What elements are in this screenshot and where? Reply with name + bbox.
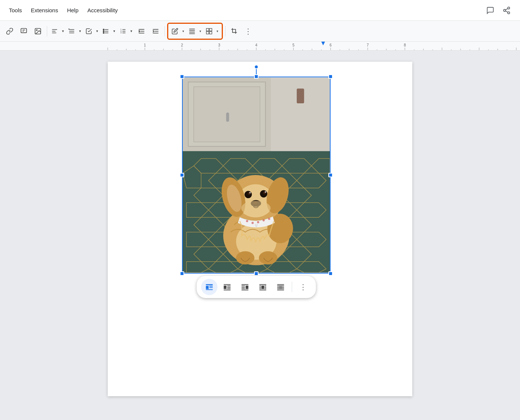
svg-rect-125 xyxy=(241,287,245,288)
wrap-break-left-button[interactable] xyxy=(219,279,235,295)
svg-point-108 xyxy=(268,218,270,220)
insert-comment-button[interactable] xyxy=(17,25,30,38)
svg-rect-134 xyxy=(259,288,261,289)
menu-tools[interactable]: Tools xyxy=(6,6,25,15)
ruler xyxy=(0,42,520,51)
document-area: ⋮ xyxy=(0,51,520,420)
handle-top-right[interactable] xyxy=(328,74,333,79)
svg-point-104 xyxy=(246,220,248,222)
selected-image[interactable] xyxy=(182,77,331,274)
svg-rect-119 xyxy=(227,287,231,288)
handle-top-center[interactable] xyxy=(254,74,259,79)
edit-image-button[interactable]: ▾ xyxy=(170,25,186,38)
more-options-button[interactable]: ⋮ xyxy=(242,25,255,38)
svg-rect-116 xyxy=(224,284,230,285)
image-toolbar: ⋮ xyxy=(197,276,316,298)
bullet-list-button[interactable]: ▾ xyxy=(101,25,117,38)
svg-rect-129 xyxy=(261,285,264,289)
svg-rect-40 xyxy=(207,31,209,34)
svg-point-16 xyxy=(103,29,104,30)
svg-rect-128 xyxy=(259,284,266,285)
svg-point-109 xyxy=(236,251,255,265)
svg-rect-118 xyxy=(227,285,231,286)
rotation-handle[interactable] xyxy=(254,65,259,69)
chat-icon[interactable] xyxy=(483,3,498,18)
svg-rect-112 xyxy=(206,286,208,289)
svg-rect-131 xyxy=(264,285,266,286)
image-selection-container: ⋮ xyxy=(182,77,331,274)
svg-rect-120 xyxy=(227,288,231,289)
svg-line-3 xyxy=(506,11,508,12)
svg-point-106 xyxy=(257,221,259,223)
svg-point-100 xyxy=(265,191,266,193)
image-tools-group: ▾ ▾ xyxy=(167,23,223,40)
toolbar: ▾ ▾ ▾ xyxy=(0,21,520,42)
svg-rect-122 xyxy=(241,284,248,285)
svg-rect-123 xyxy=(246,285,248,289)
menu-help[interactable]: Help xyxy=(64,6,81,15)
svg-line-4 xyxy=(506,8,508,10)
menu-bar: Tools Extensions Help Accessibility xyxy=(0,0,520,21)
svg-rect-140 xyxy=(277,287,284,288)
handle-middle-right[interactable] xyxy=(328,173,333,177)
menu-extensions[interactable]: Extensions xyxy=(28,6,61,15)
svg-point-99 xyxy=(249,192,251,194)
svg-rect-126 xyxy=(241,288,245,289)
svg-rect-41 xyxy=(209,31,212,34)
handle-middle-left[interactable] xyxy=(180,173,184,177)
svg-point-1 xyxy=(504,9,506,12)
ruler-canvas xyxy=(0,42,520,51)
svg-point-2 xyxy=(508,12,510,13)
svg-rect-114 xyxy=(209,287,213,288)
layout-options-button[interactable]: ▾ xyxy=(204,25,220,38)
menu-accessibility[interactable]: Accessibility xyxy=(84,6,121,15)
increase-indent-button[interactable] xyxy=(149,25,162,38)
svg-point-0 xyxy=(508,7,510,9)
sep1 xyxy=(47,26,47,36)
svg-text:3: 3 xyxy=(120,32,121,34)
decrease-indent-button[interactable] xyxy=(135,25,148,38)
svg-rect-38 xyxy=(207,28,209,31)
handle-top-left[interactable] xyxy=(180,74,184,79)
wrap-break-right-button[interactable] xyxy=(237,279,253,295)
svg-point-95 xyxy=(244,191,252,198)
svg-rect-115 xyxy=(206,289,212,290)
svg-rect-136 xyxy=(259,290,266,290)
svg-rect-133 xyxy=(264,287,266,288)
svg-point-9 xyxy=(36,29,38,30)
wrap-inline-button[interactable] xyxy=(201,279,218,295)
svg-rect-139 xyxy=(277,285,284,286)
svg-point-96 xyxy=(260,190,267,198)
svg-rect-48 xyxy=(297,88,304,103)
text-align-button[interactable]: ▾ xyxy=(49,25,66,38)
image-more-options-button[interactable]: ⋮ xyxy=(295,279,312,295)
svg-rect-130 xyxy=(259,285,261,286)
svg-point-18 xyxy=(103,30,104,32)
wrap-text-button[interactable]: ▾ xyxy=(187,25,203,38)
svg-rect-5 xyxy=(21,28,27,33)
svg-rect-124 xyxy=(241,285,245,286)
sep3 xyxy=(225,26,225,36)
handle-bottom-center[interactable] xyxy=(254,271,259,276)
handle-bottom-right[interactable] xyxy=(328,271,333,276)
svg-rect-121 xyxy=(224,290,230,290)
svg-rect-113 xyxy=(209,286,213,287)
checklist-button[interactable]: ▾ xyxy=(84,25,100,38)
insert-link-button[interactable] xyxy=(3,25,16,38)
wrap-behind-button[interactable] xyxy=(273,279,289,295)
svg-rect-135 xyxy=(264,288,266,289)
line-spacing-button[interactable]: ▾ xyxy=(66,25,83,38)
share-icon[interactable] xyxy=(499,3,514,18)
crop-button[interactable] xyxy=(228,25,241,38)
svg-rect-142 xyxy=(277,290,284,290)
svg-point-107 xyxy=(263,219,265,222)
insert-image-button[interactable] xyxy=(31,25,45,38)
svg-rect-132 xyxy=(259,287,261,288)
wrap-both-button[interactable] xyxy=(255,279,271,295)
svg-rect-111 xyxy=(206,284,212,285)
svg-rect-46 xyxy=(226,113,229,122)
svg-rect-39 xyxy=(209,28,212,31)
handle-bottom-left[interactable] xyxy=(180,271,184,276)
numbered-list-button[interactable]: 1 2 3 ▾ xyxy=(118,25,134,38)
svg-rect-117 xyxy=(224,285,226,289)
